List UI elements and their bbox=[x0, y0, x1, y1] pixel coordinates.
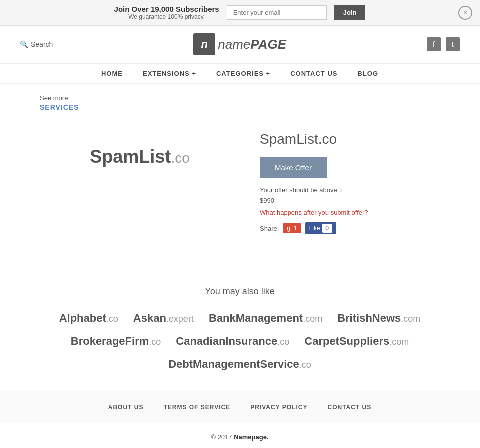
nav-home[interactable]: HOME bbox=[102, 70, 123, 78]
logo-link[interactable]: n namePAGE bbox=[194, 34, 286, 56]
email-input[interactable] bbox=[227, 6, 327, 20]
banner-title: Join Over 19,000 Subscribers bbox=[114, 5, 220, 14]
list-item[interactable]: BritishNews.com bbox=[338, 312, 420, 325]
logo-co: co bbox=[175, 150, 190, 166]
logo-list: List bbox=[139, 146, 171, 167]
logo-dot: . bbox=[171, 150, 175, 166]
logo-icon-letter: n bbox=[202, 38, 208, 51]
close-button[interactable]: × bbox=[458, 6, 472, 20]
domain-display: Askan.expert bbox=[134, 312, 194, 324]
like-count: 0 bbox=[322, 224, 332, 233]
nav-contact[interactable]: CONTACT US bbox=[290, 70, 338, 78]
domain-display: BankManagement.com bbox=[209, 312, 322, 324]
fb-like-label: Like bbox=[310, 225, 320, 232]
footer-copyright: © 2017 Namepage. bbox=[0, 424, 480, 448]
domain-info: SpamList.co Make Offer Your offer should… bbox=[260, 126, 440, 234]
search-button[interactable]: 🔍 Search bbox=[20, 40, 53, 48]
breadcrumb-link[interactable]: SERVICES bbox=[40, 104, 440, 112]
footer-privacy[interactable]: PRIVACY POLICY bbox=[250, 404, 308, 411]
domain-display: Alphabet.co bbox=[60, 312, 118, 324]
search-label: Search bbox=[31, 40, 53, 48]
domain-grid: Alphabet.co Askan.expert BankManagement.… bbox=[20, 312, 460, 371]
join-button[interactable]: Join bbox=[334, 6, 366, 20]
domain-display: CarpetSuppliers.com bbox=[304, 335, 409, 348]
nav-extensions[interactable]: EXTENSIONS + bbox=[143, 70, 196, 78]
footer-terms[interactable]: TERMS OF SERVICE bbox=[164, 404, 230, 411]
gplus-button[interactable]: g+1 bbox=[283, 224, 301, 234]
facebook-icon[interactable]: f bbox=[427, 38, 441, 52]
share-label: Share: bbox=[260, 225, 279, 232]
footer-contact[interactable]: CONTACT US bbox=[328, 404, 372, 411]
banner-text: Join Over 19,000 Subscribers We guarante… bbox=[114, 5, 220, 20]
offer-arrow-icon: › bbox=[340, 186, 342, 194]
footer-about[interactable]: ABOUT US bbox=[108, 404, 144, 411]
nav-blog[interactable]: BLOG bbox=[358, 70, 378, 78]
domain-display: BrokerageFirm.co bbox=[71, 335, 162, 348]
logo-icon: n bbox=[194, 34, 216, 56]
domain-display: BritishNews.com bbox=[338, 312, 420, 324]
domain-row-3: DebtManagementService.co bbox=[20, 358, 460, 371]
logo-spam: Spam bbox=[90, 146, 139, 167]
logo-name: namePAGE bbox=[218, 38, 286, 51]
logo-text: namePAGE bbox=[218, 38, 286, 51]
header: 🔍 Search n namePAGE f t bbox=[0, 26, 480, 64]
list-item[interactable]: Alphabet.co bbox=[60, 312, 118, 325]
also-like-title: You may also like bbox=[20, 286, 460, 297]
domain-title: SpamList.co bbox=[260, 132, 440, 148]
list-item[interactable]: DebtManagementService.co bbox=[168, 358, 312, 371]
offer-link[interactable]: What happens after you submit offer? bbox=[260, 209, 368, 216]
top-banner: Join Over 19,000 Subscribers We guarante… bbox=[0, 0, 480, 26]
brand-link[interactable]: Namepage. bbox=[234, 434, 268, 441]
offer-amount: $990 bbox=[260, 197, 440, 204]
see-more-label: See more: bbox=[40, 94, 70, 102]
domain-row-1: Alphabet.co Askan.expert BankManagement.… bbox=[20, 312, 460, 325]
list-item[interactable]: BankManagement.com bbox=[209, 312, 322, 325]
list-item[interactable]: Askan.expert bbox=[134, 312, 194, 325]
share-row: Share: g+1 Like 0 bbox=[260, 222, 440, 234]
fb-like-button[interactable]: Like 0 bbox=[306, 222, 336, 234]
also-like-section: You may also like Alphabet.co Askan.expe… bbox=[0, 276, 480, 391]
list-item[interactable]: CarpetSuppliers.com bbox=[304, 335, 409, 348]
domain-row-2: BrokerageFirm.co CanadianInsurance.co Ca… bbox=[20, 335, 460, 348]
domain-logo-display: SpamList.co bbox=[90, 146, 190, 168]
domain-logo-area: SpamList.co bbox=[40, 126, 240, 188]
breadcrumb: See more: SERVICES bbox=[0, 84, 480, 116]
offer-info-text: Your offer should be above › bbox=[260, 186, 440, 194]
footer-links: ABOUT US TERMS OF SERVICE PRIVACY POLICY… bbox=[0, 391, 480, 424]
twitter-icon[interactable]: t bbox=[446, 38, 460, 52]
offer-info-label: Your offer should be above bbox=[260, 186, 338, 194]
make-offer-button[interactable]: Make Offer bbox=[260, 158, 327, 178]
search-icon: 🔍 bbox=[20, 40, 28, 48]
main-nav: HOME EXTENSIONS + CATEGORIES + CONTACT U… bbox=[0, 64, 480, 84]
list-item[interactable]: CanadianInsurance.co bbox=[176, 335, 290, 348]
copyright-year: © 2017 bbox=[211, 434, 232, 441]
list-item[interactable]: BrokerageFirm.co bbox=[71, 335, 162, 348]
social-links: f t bbox=[427, 38, 460, 52]
domain-display: CanadianInsurance.co bbox=[176, 335, 290, 348]
banner-subtitle: We guarantee 100% privacy. bbox=[114, 14, 220, 20]
domain-display: DebtManagementService.co bbox=[168, 358, 312, 370]
main-content: SpamList.co SpamList.co Make Offer Your … bbox=[0, 116, 480, 276]
nav-categories[interactable]: CATEGORIES + bbox=[216, 70, 270, 78]
